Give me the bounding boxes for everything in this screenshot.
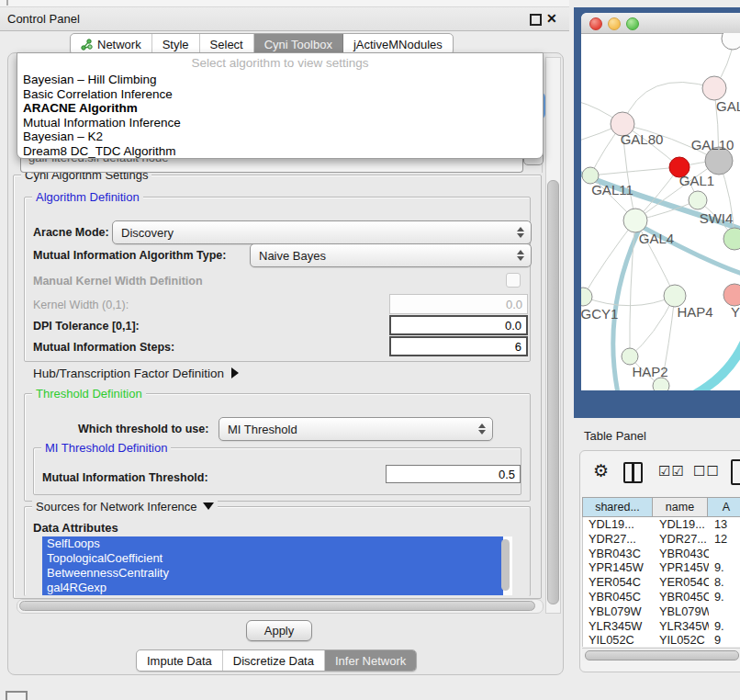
sources-toggle[interactable]: Sources for Network Inference [32,500,218,514]
window-close-icon[interactable] [589,17,602,30]
table-row[interactable]: YDR27... YDR27... 12 [583,532,740,547]
tab-discretize-data[interactable]: Discretize Data [223,650,325,671]
attribute-list-scrollbar[interactable] [501,539,510,591]
table-row[interactable]: YDL19... YDL19... 13 [583,517,740,532]
network-node[interactable] [581,288,592,306]
algorithm-list: Bayesian – Hill ClimbingBasic Correlatio… [21,73,539,159]
mi-threshold-field[interactable]: 0.5 [386,465,521,483]
tab-style[interactable]: Style [152,34,200,54]
settings-horizontal-scrollbar[interactable] [17,599,544,614]
table-row[interactable]: YER054C YER054C 8. [583,575,740,590]
tab-select[interactable]: Select [200,34,254,54]
attribute-item[interactable]: TopologicalCoefficient [42,551,503,566]
network-node-label: GAL [716,98,740,114]
node-table: shared... name A YDL19... YDL19... 13 YD… [582,497,740,647]
algorithm-prompt: Select algorithm to view settings [17,56,543,70]
network-node-label: HAP4 [677,304,712,320]
settings-horizontal-scrollbar-thumb[interactable] [19,601,535,611]
network-node-label: SWI4 [700,210,734,226]
network-node-label: GAL10 [691,137,734,152]
document-icon[interactable] [731,459,740,485]
which-threshold-combo[interactable]: MI Threshold [219,417,493,441]
manual-kernel-checkbox[interactable] [506,273,521,288]
close-icon[interactable]: ✕ [546,11,557,26]
mi-threshold-label: Mutual Information Threshold: [42,471,208,484]
network-select-combo-clipped[interactable]: galFiltered.sif default node [20,158,523,173]
network-icon [81,39,93,51]
float-window-icon[interactable] [530,14,542,26]
combo-stepper-icon [478,423,486,435]
settings-vertical-scrollbar-thumb[interactable] [547,180,559,604]
table-row[interactable]: YBR043C YBR043C [583,547,740,561]
hub-definition-toggle[interactable]: Hub/Transcription Factor Definition [33,367,239,380]
settings-vertical-scrollbar[interactable] [545,57,561,614]
table-row[interactable]: YLR345W YLR345W 9. [583,619,740,634]
column-header-shared-name[interactable]: shared... [582,497,653,517]
window-zoom-icon[interactable] [626,17,639,30]
algorithm-option[interactable]: ARACNE Algorithm [21,101,539,116]
table-row[interactable]: YBL079W YBL079W [583,604,740,619]
table-horizontal-scrollbar[interactable] [582,648,740,660]
network-nodes: GALGAL80GAL10GAL1GAL11SWI4GAL4GCY1HAP4YH… [581,33,740,390]
which-threshold-label: Which threshold to use: [78,423,208,435]
network-node[interactable] [653,378,669,390]
table-panel: ⚙ ☑☑ ☐☐ shared... name A YDL19... YDL19.… [579,450,740,672]
network-node-label: GCY1 [581,306,618,322]
network-node[interactable] [723,284,740,306]
tab-jactivemnodules[interactable]: jActiveMNodules [343,34,453,54]
corner-tick [6,0,8,6]
attribute-item[interactable]: SelfLoops [42,536,503,551]
split-view-icon[interactable] [623,462,643,483]
mi-type-combo[interactable]: Naive Bayes [250,243,532,267]
mi-steps-field[interactable]: 6 [389,336,528,356]
network-node[interactable] [689,191,707,209]
network-node[interactable] [622,348,638,365]
network-node[interactable] [723,228,740,250]
algorithm-option[interactable]: Dream8 DC_TDC Algorithm [21,144,539,159]
apply-button[interactable]: Apply [246,620,312,641]
network-node[interactable] [722,33,740,50]
kernel-width-label: Kernel Width (0,1): [33,299,129,311]
table-toolbar: ⚙ ☑☑ ☐☐ [580,451,740,495]
network-node[interactable] [702,76,726,100]
data-attributes-list[interactable]: SelfLoopsTopologicalCoefficientBetweenne… [42,536,512,595]
combo-stepper-icon [517,227,524,238]
table-row[interactable]: YPR145W YPR145W 9. [583,560,740,575]
tab-network-label: Network [97,38,141,51]
table-row[interactable]: YBR045C YBR045C 9. [583,590,740,604]
screen: Control Panel ✕ Network Style Select Cyn… [0,0,740,700]
table-horizontal-scrollbar-thumb[interactable] [585,650,739,660]
algorithm-option[interactable]: Bayesian – Hill Climbing [21,73,539,87]
algorithm-option[interactable]: Bayesian – K2 [21,130,539,144]
tab-impute-data[interactable]: Impute Data [137,650,223,671]
algorithm-option[interactable]: Basic Correlation Inference [21,87,539,102]
kernel-width-field[interactable]: 0.0 [389,294,528,314]
mi-type-label: Mutual Information Algorithm Type: [33,249,226,262]
dpi-tolerance-field[interactable]: 0.0 [389,315,528,335]
table-body: YDL19... YDL19... 13 YDR27... YDR27... 1… [582,517,740,647]
tab-network[interactable]: Network [71,34,152,54]
network-window-titlebar[interactable] [581,13,740,34]
column-header-clipped[interactable]: A [708,497,740,517]
table-row[interactable]: YIL052C YIL052C 9 [583,633,740,647]
network-node[interactable] [623,209,647,232]
attribute-item[interactable]: gal4RGexp [42,581,503,595]
network-node-label: GAL11 [591,182,633,198]
network-node-label: GAL1 [679,173,714,188]
window-minimize-icon[interactable] [608,17,621,30]
column-header-name[interactable]: name [653,497,708,517]
mi-steps-label: Mutual Information Steps: [33,341,174,354]
threshold-definition-title: Threshold Definition [32,387,146,401]
docked-panel-icon[interactable] [6,691,28,700]
network-canvas[interactable]: GALGAL80GAL10GAL1GAL11SWI4GAL4GCY1HAP4YH… [581,33,740,390]
gear-icon[interactable]: ⚙ [593,461,609,481]
tab-infer-network[interactable]: Infer Network [325,650,416,671]
algorithm-option[interactable]: Mutual Information Inference [21,116,539,130]
select-columns-unchecked-icon[interactable]: ☐☐ [693,463,720,480]
aracne-mode-combo[interactable]: Discovery [112,220,532,244]
dpi-tolerance-label: DPI Tolerance [0,1]: [33,320,140,333]
select-columns-checked-icon[interactable]: ☑☑ [658,463,685,480]
expand-right-icon [231,367,239,378]
attribute-item[interactable]: BetweennessCentrality [42,566,503,581]
tab-cyni-toolbox[interactable]: Cyni Toolbox [254,34,343,54]
